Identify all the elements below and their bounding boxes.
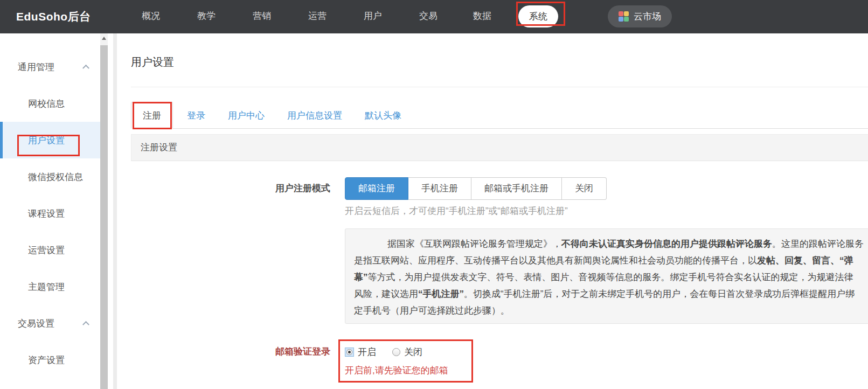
cloud-market-label: 云市场: [634, 10, 661, 23]
radio-label: 开启: [358, 346, 376, 358]
tab-register[interactable]: 注册: [131, 102, 173, 129]
email-login-row: 邮箱验证登录 开启 关闭: [131, 345, 868, 358]
tab-bar: 注册 登录 用户中心 用户信息设置 默认头像: [131, 102, 868, 129]
register-mode-mobile-button[interactable]: 手机注册: [408, 177, 471, 200]
cloud-market-button[interactable]: 云市场: [608, 5, 672, 27]
sidebar-scrollbar[interactable]: [100, 33, 108, 389]
chevron-up-icon: [82, 321, 89, 328]
regulation-notice-box: 据国家《互联网跟帖评论服务管理规定》，不得向未认证真实身份信息的用户提供跟帖评论…: [345, 228, 868, 324]
sidebar-item-course-settings[interactable]: 课程设置: [0, 195, 100, 232]
sidebar-item-wechat-auth[interactable]: 微信授权信息: [0, 158, 100, 195]
sidebar-item-asset-settings[interactable]: 资产设置: [0, 342, 100, 378]
register-mode-help-text: 开启云短信后，才可使用“手机注册”或“邮箱或手机注册”: [345, 205, 868, 217]
notice-line: 定手机号（用户可选择跳过此步骤）。: [354, 302, 868, 319]
nav-item-operation[interactable]: 运营: [307, 0, 328, 33]
tab-login[interactable]: 登录: [178, 102, 214, 128]
notice-line: 风险，建议选用“手机注册”。切换成“手机注册”后，对于之前未绑定手机号的用户，会…: [354, 286, 868, 302]
sidebar: 通用管理 网校信息 用户设置 微信授权信息 课程设置 运营设置 主题管理 交易设…: [0, 33, 100, 389]
sidebar-group-general[interactable]: 通用管理: [0, 48, 100, 85]
register-mode-label: 用户注册模式: [131, 177, 330, 200]
nav-item-system-active[interactable]: 系统: [518, 5, 558, 27]
radio-label: 关闭: [404, 346, 422, 358]
top-navbar: EduSoho后台 概况 教学 营销 运营 用户 交易 数据 系统 云市场: [0, 0, 868, 33]
chevron-up-icon: [82, 65, 89, 72]
radio-selected-icon[interactable]: [345, 348, 354, 357]
nav-item-marketing[interactable]: 营销: [251, 0, 273, 33]
sidebar-item-school-info[interactable]: 网校信息: [0, 85, 100, 122]
app-logo: EduSoho后台: [16, 0, 91, 33]
register-mode-closed-button[interactable]: 关闭: [562, 177, 607, 200]
register-mode-email-button[interactable]: 邮箱注册: [345, 177, 408, 200]
nav-item-overview[interactable]: 概况: [140, 0, 162, 33]
title-divider: [131, 87, 868, 87]
grid-icon: [619, 11, 629, 22]
email-login-off-option[interactable]: 关闭: [392, 346, 422, 358]
sidebar-item-user-settings[interactable]: 用户设置: [0, 122, 100, 158]
sidebar-group-label: 通用管理: [18, 61, 54, 73]
register-mode-email-or-mobile-button[interactable]: 邮箱或手机注册: [471, 177, 562, 200]
register-mode-row: 用户注册模式 邮箱注册 手机注册 邮箱或手机注册 关闭: [131, 177, 868, 200]
nav-item-data[interactable]: 数据: [471, 0, 493, 33]
sidebar-item-theme-management[interactable]: 主题管理: [0, 268, 100, 305]
scrollbar-up-arrow-icon[interactable]: [100, 33, 108, 43]
sidebar-item-operation-settings[interactable]: 运营设置: [0, 232, 100, 268]
register-settings-form: 用户注册模式 邮箱注册 手机注册 邮箱或手机注册 关闭 开启云短信后，才可使用“…: [131, 161, 868, 377]
sidebar-group-label: 交易设置: [18, 317, 54, 330]
notice-line: 幕”等方式，为用户提供发表文字、符号、表情、图片、音视频等信息的服务。绑定手机号…: [354, 269, 868, 286]
register-mode-button-group: 邮箱注册 手机注册 邮箱或手机注册 关闭: [345, 177, 607, 200]
panel-title: 注册设置: [131, 134, 868, 161]
nav-item-teaching[interactable]: 教学: [196, 0, 217, 33]
tab-user-center[interactable]: 用户中心: [219, 102, 273, 128]
tab-user-info-settings[interactable]: 用户信息设置: [279, 102, 351, 128]
email-login-radio-group: 开启 关闭: [345, 345, 422, 358]
email-login-warning-text: 开启前,请先验证您的邮箱: [345, 364, 868, 377]
notice-line: 据国家《互联网跟帖评论服务管理规定》，不得向未认证真实身份信息的用户提供跟帖评论…: [354, 235, 868, 252]
scrollbar-thumb[interactable]: [100, 45, 108, 389]
page-title: 用户设置: [131, 55, 868, 70]
sidebar-group-trade[interactable]: 交易设置: [0, 305, 100, 342]
email-login-on-option[interactable]: 开启: [345, 346, 376, 358]
tab-default-avatar[interactable]: 默认头像: [356, 102, 410, 128]
register-settings-panel: 注册设置 用户注册模式 邮箱注册 手机注册 邮箱或手机注册 关闭 开启云短信后，…: [131, 134, 868, 377]
email-login-label: 邮箱验证登录: [131, 345, 330, 358]
notice-line: 是指互联网站、应用程序、互动传播平台以及其他具有新闻舆论属性和社会动员功能的传播…: [354, 252, 868, 269]
nav-item-trade[interactable]: 交易: [418, 0, 439, 33]
main-content: 用户设置 注册 登录 用户中心 用户信息设置 默认头像 注册设置 用户注册模式 …: [117, 33, 868, 389]
nav-item-users[interactable]: 用户: [362, 0, 384, 33]
content-left-divider: [113, 33, 117, 389]
radio-unselected-icon[interactable]: [392, 348, 400, 356]
